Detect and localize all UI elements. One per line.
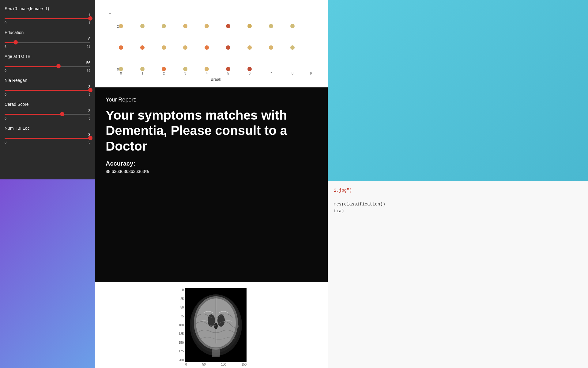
slider-value-age-tbi: 56 bbox=[86, 61, 90, 65]
slider-min-nia-reagan: 0 bbox=[5, 93, 6, 96]
scatter-svg: TE 0 1 2 0 1 2 3 4 5 6 7 8 9 Braak bbox=[109, 5, 317, 83]
slider-max-cerad: 3 bbox=[89, 117, 90, 120]
svg-point-25 bbox=[205, 45, 209, 50]
mri-x-tick-50: 50 bbox=[202, 363, 206, 366]
slider-max-nia-reagan: 3 bbox=[89, 93, 90, 96]
mri-x-tick-150: 150 bbox=[241, 363, 247, 366]
slider-max-education: 21 bbox=[87, 45, 90, 48]
code-line-4: tia) bbox=[334, 208, 582, 214]
slider-track-sex[interactable] bbox=[5, 18, 90, 20]
mri-y-tick-125: 125 bbox=[176, 332, 184, 335]
svg-point-26 bbox=[205, 67, 209, 71]
svg-point-12 bbox=[119, 24, 123, 28]
slider-group-age-tbi: Age at 1st TBI 56 0 89 bbox=[5, 54, 90, 72]
mri-y-tick-75: 75 bbox=[176, 315, 184, 318]
right-panel: 2.jpg") mes(classification)) tia) bbox=[328, 0, 588, 368]
slider-max-num-tbi-loc: 3 bbox=[89, 140, 90, 144]
svg-point-20 bbox=[162, 67, 166, 71]
slider-label-age-tbi: Age at 1st TBI bbox=[5, 54, 90, 59]
right-gradient-bg bbox=[328, 0, 588, 181]
y-tick-1: 1 bbox=[117, 46, 119, 50]
accuracy-label: Accuracy: bbox=[106, 160, 317, 167]
svg-point-22 bbox=[183, 45, 187, 50]
svg-text:0: 0 bbox=[120, 71, 122, 75]
svg-point-14 bbox=[119, 67, 123, 71]
slider-track-num-tbi-loc[interactable] bbox=[5, 137, 90, 139]
y-axis-label: TE bbox=[109, 12, 112, 16]
code-line-3: mes(classification)) bbox=[334, 201, 582, 208]
left-panel: Sex (0=male,female=1) 1 0 1 Education 8 bbox=[0, 0, 95, 368]
mri-y-tick-25: 25 bbox=[176, 297, 184, 301]
svg-rect-45 bbox=[212, 348, 220, 357]
mri-area: 0 25 50 75 100 125 150 175 200 bbox=[95, 282, 328, 368]
svg-text:6: 6 bbox=[249, 71, 251, 75]
mri-x-tick-100: 100 bbox=[221, 363, 226, 366]
slider-label-nia-reagan: Nia Reagan bbox=[5, 78, 90, 83]
svg-point-15 bbox=[140, 24, 145, 28]
slider-track-education[interactable] bbox=[5, 42, 90, 44]
svg-point-43 bbox=[217, 314, 225, 327]
svg-point-21 bbox=[183, 24, 187, 28]
svg-point-35 bbox=[290, 24, 295, 28]
svg-text:7: 7 bbox=[270, 71, 272, 75]
x-axis-label: Braak bbox=[211, 77, 221, 82]
slider-min-sex: 0 bbox=[5, 21, 6, 25]
left-gradient-bg bbox=[0, 179, 95, 368]
mri-y-tick-200: 200 bbox=[176, 358, 184, 362]
slider-track-cerad[interactable] bbox=[5, 113, 90, 115]
slider-label-cerad: Cerad Score bbox=[5, 102, 90, 107]
mri-y-tick-175: 175 bbox=[176, 350, 184, 353]
svg-point-19 bbox=[162, 45, 166, 50]
svg-point-18 bbox=[162, 24, 166, 28]
svg-text:8: 8 bbox=[292, 71, 293, 75]
svg-point-36 bbox=[290, 45, 295, 50]
svg-text:2: 2 bbox=[163, 71, 165, 75]
svg-point-31 bbox=[247, 45, 252, 50]
slider-max-age-tbi: 89 bbox=[87, 69, 90, 72]
svg-text:4: 4 bbox=[206, 71, 208, 75]
slider-label-sex: Sex (0=male,female=1) bbox=[5, 6, 90, 11]
accuracy-value: 88.63636363636363% bbox=[106, 169, 317, 174]
mri-y-tick-100: 100 bbox=[176, 324, 184, 327]
code-editor: 2.jpg") mes(classification)) tia) bbox=[328, 181, 588, 368]
center-panel: TE 0 1 2 0 1 2 3 4 5 6 7 8 9 Braak bbox=[95, 0, 328, 368]
svg-point-13 bbox=[119, 45, 123, 50]
slider-max-sex: 1 bbox=[89, 21, 90, 25]
svg-text:9: 9 bbox=[310, 71, 312, 75]
svg-point-30 bbox=[247, 24, 252, 28]
svg-point-16 bbox=[140, 45, 145, 50]
svg-point-32 bbox=[247, 67, 252, 71]
mri-x-tick-0: 0 bbox=[185, 363, 187, 366]
slider-label-education: Education bbox=[5, 30, 90, 35]
report-area: Your Report: Your symptoms matches with … bbox=[95, 87, 328, 282]
report-main: Your symptoms matches with Dementia, Ple… bbox=[106, 108, 317, 154]
slider-track-nia-reagan[interactable] bbox=[5, 90, 90, 91]
slider-track-age-tbi[interactable] bbox=[5, 66, 90, 67]
slider-value-education: 8 bbox=[88, 37, 90, 41]
svg-point-17 bbox=[140, 67, 145, 71]
svg-point-24 bbox=[205, 24, 209, 28]
slider-group-num-tbi-loc: Num TBI Loc 3 0 3 bbox=[5, 126, 90, 144]
slider-min-age-tbi: 0 bbox=[5, 69, 6, 72]
slider-group-nia-reagan: Nia Reagan 3 0 3 bbox=[5, 78, 90, 96]
mri-y-tick-150: 150 bbox=[176, 341, 184, 344]
slider-min-num-tbi-loc: 0 bbox=[5, 140, 6, 144]
svg-point-23 bbox=[183, 67, 187, 71]
svg-point-33 bbox=[269, 24, 273, 28]
code-line-2 bbox=[334, 194, 582, 201]
mri-y-tick-0: 0 bbox=[176, 288, 184, 292]
svg-text:3: 3 bbox=[184, 71, 186, 75]
y-tick-2: 2 bbox=[117, 25, 119, 28]
report-subtitle: Your Report: bbox=[106, 97, 317, 103]
slider-value-cerad: 2 bbox=[88, 109, 90, 113]
code-line-1: 2.jpg") bbox=[334, 187, 582, 194]
scatter-chart: TE 0 1 2 0 1 2 3 4 5 6 7 8 9 Braak bbox=[95, 0, 328, 87]
slider-group-sex: Sex (0=male,female=1) 1 0 1 bbox=[5, 6, 90, 25]
svg-point-27 bbox=[226, 24, 230, 28]
slider-min-cerad: 0 bbox=[5, 117, 6, 120]
slider-min-education: 6 bbox=[5, 45, 6, 48]
svg-point-29 bbox=[226, 67, 230, 71]
y-tick-0: 0 bbox=[117, 67, 119, 71]
mri-y-tick-50: 50 bbox=[176, 306, 184, 309]
svg-point-34 bbox=[269, 45, 273, 50]
